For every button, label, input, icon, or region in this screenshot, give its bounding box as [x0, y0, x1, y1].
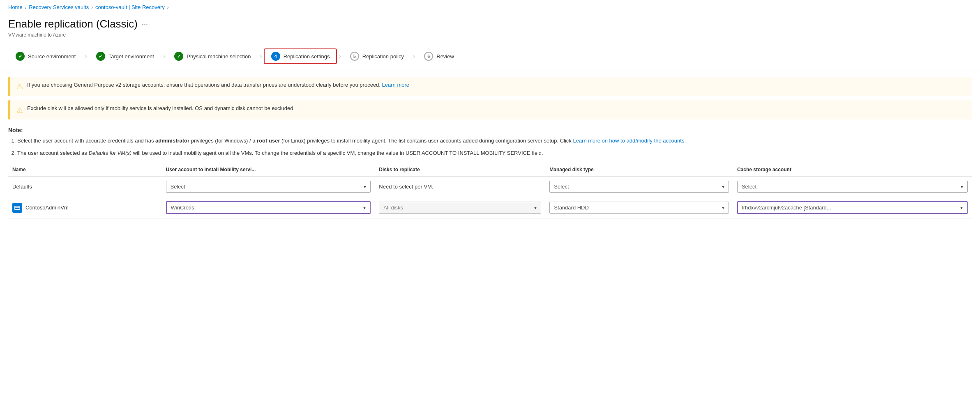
vm-disk-type-cell: Standard HDD ▾	[545, 197, 733, 218]
step-3-label: Physical machine selection	[187, 53, 251, 60]
alert-disk-text: Exclude disk will be allowed only if mob…	[27, 105, 293, 111]
step-5-circle: 5	[350, 52, 359, 61]
more-options-icon[interactable]: ···	[142, 20, 148, 28]
step-sep-4: ›	[339, 53, 341, 60]
defaults-user-account-dropdown[interactable]: Select ▾	[166, 181, 371, 193]
vm-name-label: ContosoAdminVm	[25, 205, 69, 211]
step-physical-machine[interactable]: ✓ Physical machine selection	[167, 48, 258, 64]
breadcrumb-home[interactable]: Home	[8, 4, 23, 10]
table-body: Defaults Select ▾ Need to select per VM.…	[8, 176, 972, 218]
vm-disks-value: All disks	[383, 205, 403, 211]
defaults-user-dropdown-arrow: ▾	[364, 184, 366, 190]
notes-title: Note:	[8, 127, 972, 133]
notes-list: Select the user account with accurate cr…	[8, 137, 972, 157]
vm-cache-dropdown[interactable]: lrhdxvv2arcmjulv2acache [Standard... ▾	[737, 201, 968, 214]
alert-storage-link[interactable]: Learn more	[382, 82, 409, 88]
defaults-disk-type-dropdown[interactable]: Select ▾	[549, 181, 729, 193]
step-1-label: Source environment	[28, 53, 76, 60]
alert-storage-warning: ⚠ If you are choosing General Purpose v2…	[8, 77, 972, 96]
breadcrumb-sep-3: ›	[167, 5, 169, 10]
step-4-label: Replication settings	[284, 53, 330, 60]
table-section: Name User account to install Mobility se…	[8, 163, 972, 218]
vm-icon	[12, 203, 22, 213]
breadcrumb-sep-2: ›	[91, 5, 93, 10]
svg-rect-0	[14, 206, 20, 210]
vm-disks-dropdown[interactable]: All disks ▾	[379, 202, 541, 214]
vm-disk-type-arrow: ▾	[722, 205, 724, 211]
alert-storage-text: If you are choosing General Purpose v2 s…	[27, 82, 409, 88]
note-item-2: The user account selected as Defaults fo…	[17, 149, 972, 157]
breadcrumb-vaults[interactable]: Recovery Services vaults	[29, 4, 89, 10]
svg-point-3	[19, 207, 20, 207]
step-6-circle: 6	[424, 52, 433, 61]
step-2-label: Target environment	[108, 53, 154, 60]
defaults-disks-cell: Need to select per VM.	[375, 176, 545, 197]
vm-cache-cell: lrhdxvv2arcmjulv2acache [Standard... ▾	[733, 197, 972, 218]
defaults-label: Defaults	[12, 184, 32, 190]
steps-bar: ✓ Source environment › ✓ Target environm…	[0, 44, 980, 71]
alert-disk-warning: ⚠ Exclude disk will be allowed only if m…	[8, 100, 972, 120]
page-subtitle: VMware machine to Azure	[8, 32, 972, 38]
step-3-circle: ✓	[174, 52, 183, 61]
table-row: Defaults Select ▾ Need to select per VM.…	[8, 176, 972, 197]
defaults-user-account-value: Select	[171, 184, 185, 190]
warning-icon-2: ⚠	[16, 106, 23, 115]
vm-user-account-cell: WinCreds ▾	[162, 197, 375, 218]
step-source-environment[interactable]: ✓ Source environment	[8, 48, 83, 64]
warning-icon-1: ⚠	[16, 82, 23, 91]
page-title-text: Enable replication (Classic)	[8, 18, 138, 30]
step-6-label: Review	[436, 53, 454, 60]
step-replication-settings[interactable]: 4 Replication settings	[264, 48, 337, 64]
step-sep-1: ›	[85, 53, 87, 60]
page-title: Enable replication (Classic) ···	[8, 18, 972, 30]
defaults-user-account-cell: Select ▾	[162, 176, 375, 197]
step-target-environment[interactable]: ✓ Target environment	[89, 48, 161, 64]
step-sep-2: ›	[163, 53, 165, 60]
vm-name-cell: ContosoAdminVm	[8, 197, 162, 218]
note-item-1: Select the user account with accurate cr…	[17, 137, 972, 145]
step-2-circle: ✓	[96, 52, 105, 61]
defaults-disk-type-value: Select	[554, 184, 569, 190]
vm-user-account-dropdown[interactable]: WinCreds ▾	[166, 201, 371, 214]
step-4-circle: 4	[271, 52, 280, 61]
defaults-disks-text: Need to select per VM.	[379, 184, 433, 190]
breadcrumb-vault-recovery[interactable]: contoso-vault | Site Recovery	[95, 4, 165, 10]
vm-user-account-value: WinCreds	[171, 205, 194, 211]
svg-point-4	[19, 208, 20, 209]
vm-name-container: ContosoAdminVm	[12, 203, 158, 213]
defaults-disk-type-cell: Select ▾	[545, 176, 733, 197]
step-1-circle: ✓	[16, 52, 25, 61]
defaults-cache-arrow: ▾	[961, 184, 963, 190]
svg-rect-2	[15, 208, 19, 209]
vm-table: Name User account to install Mobility se…	[8, 163, 972, 218]
col-header-name: Name	[8, 163, 162, 176]
col-header-cache: Cache storage account	[733, 163, 972, 176]
note-1-link[interactable]: Learn more on how to add/modify the acco…	[573, 138, 686, 144]
svg-rect-1	[15, 207, 19, 207]
step-sep-3: ›	[260, 53, 262, 60]
defaults-disk-type-arrow: ▾	[722, 184, 724, 190]
col-header-disks: Disks to replicate	[375, 163, 545, 176]
vm-disks-arrow: ▾	[534, 205, 537, 211]
col-header-disk-type: Managed disk type	[545, 163, 733, 176]
table-header: Name User account to install Mobility se…	[8, 163, 972, 176]
step-sep-5: ›	[413, 53, 415, 60]
vm-disk-type-value: Standard HDD	[554, 205, 589, 211]
defaults-cache-cell: Select ▾	[733, 176, 972, 197]
col-header-user: User account to install Mobility servi..…	[162, 163, 375, 176]
breadcrumb: Home › Recovery Services vaults › contos…	[0, 0, 980, 14]
step-5-label: Replication policy	[362, 53, 404, 60]
defaults-cache-dropdown[interactable]: Select ▾	[737, 181, 968, 193]
vm-cache-arrow: ▾	[960, 205, 963, 211]
step-replication-policy[interactable]: 5 Replication policy	[343, 48, 411, 64]
notes-section: Note: Select the user account with accur…	[8, 127, 972, 157]
vm-disk-type-dropdown[interactable]: Standard HDD ▾	[549, 202, 729, 214]
breadcrumb-sep-1: ›	[25, 5, 27, 10]
table-row: ContosoAdminVm WinCreds ▾ All disks ▾	[8, 197, 972, 218]
vm-user-dropdown-arrow: ▾	[363, 205, 366, 211]
vm-disks-cell: All disks ▾	[375, 197, 545, 218]
defaults-name-cell: Defaults	[8, 176, 162, 197]
step-review[interactable]: 6 Review	[417, 48, 461, 64]
defaults-cache-value: Select	[742, 184, 756, 190]
page-header: Enable replication (Classic) ··· VMware …	[0, 14, 980, 44]
